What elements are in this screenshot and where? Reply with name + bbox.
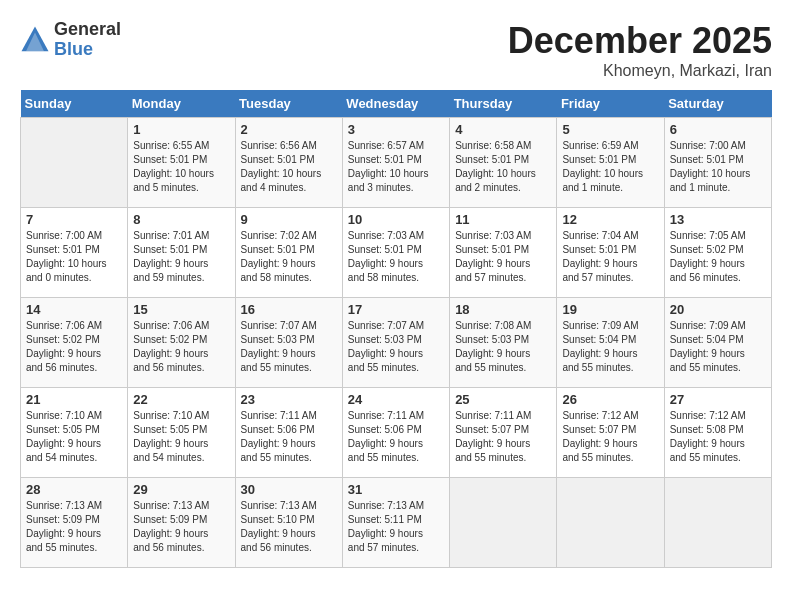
day-number: 15 (133, 302, 229, 317)
day-info: Sunrise: 7:13 AM Sunset: 5:10 PM Dayligh… (241, 499, 337, 555)
logo: General Blue (20, 20, 121, 60)
day-info: Sunrise: 7:09 AM Sunset: 5:04 PM Dayligh… (670, 319, 766, 375)
calendar-cell: 12Sunrise: 7:04 AM Sunset: 5:01 PM Dayli… (557, 208, 664, 298)
day-info: Sunrise: 7:12 AM Sunset: 5:08 PM Dayligh… (670, 409, 766, 465)
calendar-week-row: 7Sunrise: 7:00 AM Sunset: 5:01 PM Daylig… (21, 208, 772, 298)
calendar-week-row: 21Sunrise: 7:10 AM Sunset: 5:05 PM Dayli… (21, 388, 772, 478)
calendar-cell: 14Sunrise: 7:06 AM Sunset: 5:02 PM Dayli… (21, 298, 128, 388)
day-number: 28 (26, 482, 122, 497)
day-number: 12 (562, 212, 658, 227)
calendar-cell: 17Sunrise: 7:07 AM Sunset: 5:03 PM Dayli… (342, 298, 449, 388)
calendar-cell: 27Sunrise: 7:12 AM Sunset: 5:08 PM Dayli… (664, 388, 771, 478)
weekday-header-wednesday: Wednesday (342, 90, 449, 118)
day-number: 17 (348, 302, 444, 317)
day-info: Sunrise: 7:13 AM Sunset: 5:09 PM Dayligh… (133, 499, 229, 555)
calendar-cell: 15Sunrise: 7:06 AM Sunset: 5:02 PM Dayli… (128, 298, 235, 388)
calendar-cell: 8Sunrise: 7:01 AM Sunset: 5:01 PM Daylig… (128, 208, 235, 298)
calendar-cell: 9Sunrise: 7:02 AM Sunset: 5:01 PM Daylig… (235, 208, 342, 298)
calendar-cell: 28Sunrise: 7:13 AM Sunset: 5:09 PM Dayli… (21, 478, 128, 568)
calendar-cell: 26Sunrise: 7:12 AM Sunset: 5:07 PM Dayli… (557, 388, 664, 478)
calendar-cell (664, 478, 771, 568)
day-info: Sunrise: 7:10 AM Sunset: 5:05 PM Dayligh… (26, 409, 122, 465)
weekday-header-thursday: Thursday (450, 90, 557, 118)
calendar-table: SundayMondayTuesdayWednesdayThursdayFrid… (20, 90, 772, 568)
calendar-cell: 7Sunrise: 7:00 AM Sunset: 5:01 PM Daylig… (21, 208, 128, 298)
weekday-header-saturday: Saturday (664, 90, 771, 118)
day-info: Sunrise: 7:03 AM Sunset: 5:01 PM Dayligh… (455, 229, 551, 285)
title-area: December 2025 Khomeyn, Markazi, Iran (508, 20, 772, 80)
logo-blue: Blue (54, 40, 121, 60)
day-number: 24 (348, 392, 444, 407)
weekday-header-row: SundayMondayTuesdayWednesdayThursdayFrid… (21, 90, 772, 118)
calendar-cell (21, 118, 128, 208)
calendar-cell: 30Sunrise: 7:13 AM Sunset: 5:10 PM Dayli… (235, 478, 342, 568)
day-number: 14 (26, 302, 122, 317)
calendar-week-row: 14Sunrise: 7:06 AM Sunset: 5:02 PM Dayli… (21, 298, 772, 388)
day-info: Sunrise: 7:07 AM Sunset: 5:03 PM Dayligh… (348, 319, 444, 375)
day-info: Sunrise: 7:01 AM Sunset: 5:01 PM Dayligh… (133, 229, 229, 285)
day-number: 10 (348, 212, 444, 227)
calendar-cell: 4Sunrise: 6:58 AM Sunset: 5:01 PM Daylig… (450, 118, 557, 208)
calendar-cell (557, 478, 664, 568)
calendar-cell: 19Sunrise: 7:09 AM Sunset: 5:04 PM Dayli… (557, 298, 664, 388)
day-number: 25 (455, 392, 551, 407)
day-info: Sunrise: 7:00 AM Sunset: 5:01 PM Dayligh… (670, 139, 766, 195)
day-number: 9 (241, 212, 337, 227)
calendar-cell: 22Sunrise: 7:10 AM Sunset: 5:05 PM Dayli… (128, 388, 235, 478)
day-info: Sunrise: 6:56 AM Sunset: 5:01 PM Dayligh… (241, 139, 337, 195)
calendar-cell: 21Sunrise: 7:10 AM Sunset: 5:05 PM Dayli… (21, 388, 128, 478)
day-number: 6 (670, 122, 766, 137)
calendar-cell: 5Sunrise: 6:59 AM Sunset: 5:01 PM Daylig… (557, 118, 664, 208)
weekday-header-monday: Monday (128, 90, 235, 118)
calendar-week-row: 28Sunrise: 7:13 AM Sunset: 5:09 PM Dayli… (21, 478, 772, 568)
day-number: 4 (455, 122, 551, 137)
day-info: Sunrise: 7:02 AM Sunset: 5:01 PM Dayligh… (241, 229, 337, 285)
location-subtitle: Khomeyn, Markazi, Iran (508, 62, 772, 80)
month-title: December 2025 (508, 20, 772, 62)
day-info: Sunrise: 7:06 AM Sunset: 5:02 PM Dayligh… (133, 319, 229, 375)
day-info: Sunrise: 7:07 AM Sunset: 5:03 PM Dayligh… (241, 319, 337, 375)
day-number: 19 (562, 302, 658, 317)
calendar-cell: 16Sunrise: 7:07 AM Sunset: 5:03 PM Dayli… (235, 298, 342, 388)
day-info: Sunrise: 6:57 AM Sunset: 5:01 PM Dayligh… (348, 139, 444, 195)
day-info: Sunrise: 7:13 AM Sunset: 5:09 PM Dayligh… (26, 499, 122, 555)
day-info: Sunrise: 7:08 AM Sunset: 5:03 PM Dayligh… (455, 319, 551, 375)
day-info: Sunrise: 7:06 AM Sunset: 5:02 PM Dayligh… (26, 319, 122, 375)
calendar-cell: 29Sunrise: 7:13 AM Sunset: 5:09 PM Dayli… (128, 478, 235, 568)
day-number: 26 (562, 392, 658, 407)
calendar-cell: 1Sunrise: 6:55 AM Sunset: 5:01 PM Daylig… (128, 118, 235, 208)
day-number: 5 (562, 122, 658, 137)
day-number: 3 (348, 122, 444, 137)
day-number: 21 (26, 392, 122, 407)
day-info: Sunrise: 7:09 AM Sunset: 5:04 PM Dayligh… (562, 319, 658, 375)
calendar-cell: 6Sunrise: 7:00 AM Sunset: 5:01 PM Daylig… (664, 118, 771, 208)
day-info: Sunrise: 7:04 AM Sunset: 5:01 PM Dayligh… (562, 229, 658, 285)
logo-icon (20, 25, 50, 55)
day-number: 20 (670, 302, 766, 317)
day-info: Sunrise: 6:58 AM Sunset: 5:01 PM Dayligh… (455, 139, 551, 195)
calendar-cell: 13Sunrise: 7:05 AM Sunset: 5:02 PM Dayli… (664, 208, 771, 298)
day-number: 29 (133, 482, 229, 497)
calendar-cell: 18Sunrise: 7:08 AM Sunset: 5:03 PM Dayli… (450, 298, 557, 388)
day-number: 30 (241, 482, 337, 497)
calendar-cell: 10Sunrise: 7:03 AM Sunset: 5:01 PM Dayli… (342, 208, 449, 298)
calendar-cell: 3Sunrise: 6:57 AM Sunset: 5:01 PM Daylig… (342, 118, 449, 208)
weekday-header-tuesday: Tuesday (235, 90, 342, 118)
calendar-week-row: 1Sunrise: 6:55 AM Sunset: 5:01 PM Daylig… (21, 118, 772, 208)
day-info: Sunrise: 7:12 AM Sunset: 5:07 PM Dayligh… (562, 409, 658, 465)
day-info: Sunrise: 7:10 AM Sunset: 5:05 PM Dayligh… (133, 409, 229, 465)
weekday-header-sunday: Sunday (21, 90, 128, 118)
calendar-cell: 20Sunrise: 7:09 AM Sunset: 5:04 PM Dayli… (664, 298, 771, 388)
day-info: Sunrise: 7:05 AM Sunset: 5:02 PM Dayligh… (670, 229, 766, 285)
day-info: Sunrise: 7:11 AM Sunset: 5:07 PM Dayligh… (455, 409, 551, 465)
header: General Blue December 2025 Khomeyn, Mark… (20, 20, 772, 80)
day-number: 7 (26, 212, 122, 227)
calendar-cell: 24Sunrise: 7:11 AM Sunset: 5:06 PM Dayli… (342, 388, 449, 478)
day-info: Sunrise: 7:11 AM Sunset: 5:06 PM Dayligh… (348, 409, 444, 465)
day-number: 13 (670, 212, 766, 227)
calendar-cell (450, 478, 557, 568)
calendar-cell: 25Sunrise: 7:11 AM Sunset: 5:07 PM Dayli… (450, 388, 557, 478)
day-number: 8 (133, 212, 229, 227)
logo-text: General Blue (54, 20, 121, 60)
calendar-cell: 23Sunrise: 7:11 AM Sunset: 5:06 PM Dayli… (235, 388, 342, 478)
